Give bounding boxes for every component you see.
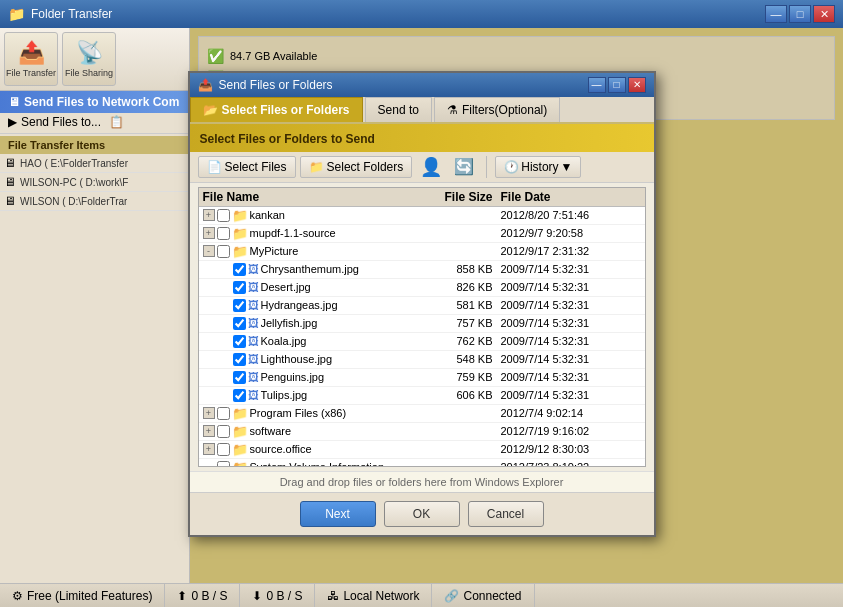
expand-button[interactable]: - [203,245,215,257]
file-row-name: + 📁 Program Files (x86) [203,406,431,421]
file-checkbox[interactable] [217,425,230,438]
table-row[interactable]: 📁 System Volume Information 2012/7/23 8:… [199,459,645,467]
file-checkbox[interactable] [233,317,246,330]
file-checkbox[interactable] [217,443,230,456]
select-files-button[interactable]: 📄 Select Files [198,156,296,178]
table-row[interactable]: 🖼 Penguins.jpg 759 KB 2009/7/14 5:32:31 [199,369,645,387]
file-date: 2012/7/23 8:10:22 [501,461,641,467]
file-checkbox[interactable] [233,371,246,384]
tab-filters[interactable]: ⚗ Filters(Optional) [434,97,560,122]
expand-button[interactable]: + [203,425,215,437]
dialog-close-button[interactable]: ✕ [628,77,646,93]
history-label: History [521,160,558,174]
filter-icon: ⚗ [447,103,458,117]
table-row[interactable]: 🖼 Hydrangeas.jpg 581 KB 2009/7/14 5:32:3… [199,297,645,315]
file-size: 759 KB [431,371,501,383]
file-date: 2012/7/4 9:02:14 [501,407,641,419]
file-date: 2012/7/19 9:16:02 [501,425,641,437]
file-size: 606 KB [431,389,501,401]
file-name-label: MyPicture [250,245,299,257]
expand-button[interactable]: + [203,407,215,419]
dialog-header: Select Files or Folders to Send [190,124,654,152]
folder-icon: 📁 [232,244,248,259]
file-date: 2009/7/14 5:32:31 [501,281,641,293]
expand-placeholder [219,335,231,347]
table-row[interactable]: 🖼 Tulips.jpg 606 KB 2009/7/14 5:32:31 [199,387,645,405]
file-name-label: Lighthouse.jpg [261,353,333,365]
file-checkbox[interactable] [217,227,230,240]
file-checkbox[interactable] [217,407,230,420]
file-checkbox[interactable] [233,281,246,294]
file-checkbox[interactable] [233,335,246,348]
table-row[interactable]: + 📁 mupdf-1.1-source 2012/9/7 9:20:58 [199,225,645,243]
file-icon: 🖼 [248,389,259,401]
file-name-label: Jellyfish.jpg [261,317,318,329]
file-list-container[interactable]: File Name File Size File Date + 📁 kankan… [198,187,646,467]
file-checkbox[interactable] [233,389,246,402]
table-row[interactable]: 🖼 Koala.jpg 762 KB 2009/7/14 5:32:31 [199,333,645,351]
col-date-header: File Date [501,190,641,204]
drop-hint: Drag and drop files or folders here from… [190,471,654,492]
file-icon: 🖼 [248,281,259,293]
file-row-name: 🖼 Penguins.jpg [203,371,431,384]
select-folders-icon: 📁 [309,160,324,174]
select-files-icon: 📄 [207,160,222,174]
ok-button[interactable]: OK [384,501,460,527]
file-date: 2012/9/12 8:30:03 [501,443,641,455]
file-checkbox[interactable] [233,353,246,366]
dialog-footer: Next OK Cancel [190,492,654,535]
dialog-maximize-button[interactable]: □ [608,77,626,93]
file-row-name: - 📁 MyPicture [203,244,431,259]
table-row[interactable]: 🖼 Lighthouse.jpg 548 KB 2009/7/14 5:32:3… [199,351,645,369]
dialog-icon: 📤 [198,78,213,92]
table-row[interactable]: + 📁 source.office 2012/9/12 8:30:03 [199,441,645,459]
file-checkbox[interactable] [217,209,230,222]
file-icon: 🖼 [248,317,259,329]
expand-button[interactable]: + [203,209,215,221]
table-row[interactable]: 🖼 Jellyfish.jpg 757 KB 2009/7/14 5:32:31 [199,315,645,333]
file-size: 762 KB [431,335,501,347]
folder-icon: 📁 [232,226,248,241]
file-row-name: + 📁 source.office [203,442,431,457]
history-button[interactable]: 🕐 History ▼ [495,156,581,178]
folder-icon: 📁 [232,442,248,457]
expand-button[interactable]: + [203,227,215,239]
file-name-label: Desert.jpg [261,281,311,293]
file-row-name: 📁 System Volume Information [203,460,431,467]
file-name-label: Hydrangeas.jpg [261,299,338,311]
cancel-button[interactable]: Cancel [468,501,544,527]
dialog-tabs: 📂 Select Files or Folders Send to ⚗ Filt… [190,97,654,124]
file-checkbox[interactable] [233,299,246,312]
dialog-toolbar: 📄 Select Files 📁 Select Folders 👤 🔄 🕐 Hi… [190,152,654,183]
table-row[interactable]: + 📁 Program Files (x86) 2012/7/4 9:02:14 [199,405,645,423]
folder-icon: 📁 [232,208,248,223]
folder-icon: 📁 [232,406,248,421]
select-folders-button[interactable]: 📁 Select Folders [300,156,413,178]
tab-select-files[interactable]: 📂 Select Files or Folders [190,97,363,122]
table-row[interactable]: + 📁 kankan 2012/8/20 7:51:46 [199,207,645,225]
file-name-label: Program Files (x86) [250,407,347,419]
file-row-name: 🖼 Koala.jpg [203,335,431,348]
file-date: 2009/7/14 5:32:31 [501,299,641,311]
tab-send-to[interactable]: Send to [365,97,432,122]
dialog-minimize-button[interactable]: — [588,77,606,93]
table-row[interactable]: 🖼 Desert.jpg 826 KB 2009/7/14 5:32:31 [199,279,645,297]
file-row-name: + 📁 software [203,424,431,439]
refresh-icon[interactable]: 🔄 [454,157,474,176]
next-button[interactable]: Next [300,501,376,527]
tab-filters-label: Filters(Optional) [462,103,547,117]
file-checkbox[interactable] [233,263,246,276]
col-name-header: File Name [203,190,431,204]
toolbar-separator [486,156,487,178]
table-row[interactable]: - 📁 MyPicture 2012/9/17 2:31:32 [199,243,645,261]
file-checkbox[interactable] [217,245,230,258]
expand-placeholder [219,263,231,275]
file-date: 2012/9/7 9:20:58 [501,227,641,239]
file-rows: + 📁 kankan 2012/8/20 7:51:46 + 📁 mupdf-1… [199,207,645,467]
file-checkbox[interactable] [217,461,230,467]
table-row[interactable]: 🖼 Chrysanthemum.jpg 858 KB 2009/7/14 5:3… [199,261,645,279]
table-row[interactable]: + 📁 software 2012/7/19 9:16:02 [199,423,645,441]
expand-button[interactable]: + [203,443,215,455]
file-date: 2012/8/20 7:51:46 [501,209,641,221]
expand-placeholder [219,371,231,383]
